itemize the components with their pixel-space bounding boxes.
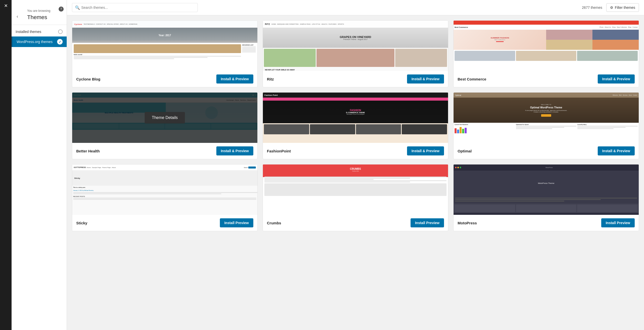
- theme-card-ritz[interactable]: RITZ HOME · MARQUEE AND FORMATTING · SAM…: [263, 20, 448, 87]
- sidebar: ‹ You are browsing Themes ? Installed th…: [12, 0, 67, 330]
- search-icon: 🔍: [75, 5, 80, 10]
- help-button[interactable]: ?: [59, 7, 64, 12]
- main-area: 🔍 2677 themes ⚙ Filter themes Cyclone TE…: [67, 0, 644, 330]
- theme-preview-best-commerce: Best Commerce Photo · About Us · Shop · …: [454, 21, 639, 71]
- theme-card-optimal[interactable]: Optimal Welcome Work Services About Cont…: [453, 92, 639, 159]
- install-button-cyclone-blog[interactable]: Install & Preview: [216, 74, 253, 84]
- theme-details-button[interactable]: Theme Details: [145, 112, 185, 123]
- filter-label: Filter themes: [615, 6, 635, 10]
- theme-name-cyclone-blog: Cyclone Blog: [76, 77, 100, 81]
- wporg-check-icon: [57, 39, 63, 45]
- back-button[interactable]: ‹: [15, 12, 22, 19]
- theme-preview-cyclone-blog: Cyclone TESTIMONIALS · CONTACT US · SPEC…: [72, 21, 257, 71]
- theme-card-motopress[interactable]: MotoPress MotoPress Theme: [453, 164, 639, 231]
- theme-footer-better-health: Better Health Install & Preview: [72, 143, 257, 159]
- theme-footer-fashionpoint: FashionPoint Install & Preview: [263, 143, 448, 159]
- search-input[interactable]: [72, 3, 198, 12]
- sidebar-title: Themes: [23, 14, 54, 25]
- install-button-motopress[interactable]: Install Preview: [601, 218, 635, 227]
- sidebar-item-installed-label: Installed themes: [16, 30, 41, 34]
- theme-card-fashionpoint[interactable]: Fashion Point FASHION E-COMMERCE THEME A…: [263, 92, 448, 159]
- theme-preview-crumbs: CRUMBS Subscribe: [263, 164, 448, 215]
- install-button-ritz[interactable]: Install & Preview: [407, 74, 444, 84]
- theme-name-fashionpoint: FashionPoint: [267, 149, 291, 153]
- theme-card-better-health[interactable]: Better Health ☎ · ✉ Better Health Homepa…: [72, 92, 258, 159]
- install-button-fashionpoint[interactable]: Install & Preview: [407, 146, 444, 155]
- gear-icon: ⚙: [610, 6, 613, 10]
- theme-card-best-commerce[interactable]: Best Commerce Photo · About Us · Shop · …: [453, 20, 639, 87]
- theme-footer-best-commerce: Best Commerce Install & Preview: [454, 71, 639, 87]
- install-button-optimal[interactable]: Install & Preview: [598, 146, 635, 155]
- install-button-crumbs[interactable]: Install Preview: [411, 218, 444, 227]
- theme-footer-crumbs: Crumbs Install Preview: [263, 215, 448, 231]
- close-button[interactable]: ✕: [4, 4, 8, 8]
- theme-card-cyclone-blog[interactable]: Cyclone TESTIMONIALS · CONTACT US · SPEC…: [72, 20, 258, 87]
- theme-preview-sticky: GOTTOPRESS Home · Sample Page · Parent P…: [72, 164, 257, 215]
- theme-name-better-health: Better Health: [76, 149, 100, 153]
- theme-count: 2677 themes: [582, 6, 602, 10]
- theme-name-best-commerce: Best Commerce: [458, 77, 486, 81]
- sidebar-header: ‹ You are browsing Themes ?: [12, 4, 67, 25]
- topbar-right: 2677 themes ⚙ Filter themes: [582, 3, 639, 12]
- theme-footer-optimal: Optimal Install & Preview: [454, 143, 639, 159]
- theme-preview-motopress: MotoPress MotoPress Theme: [454, 164, 639, 215]
- theme-preview-optimal: Optimal Welcome Work Services About Cont…: [454, 93, 639, 143]
- install-button-best-commerce[interactable]: Install & Preview: [598, 74, 635, 84]
- browsing-label: You are browsing: [23, 6, 54, 14]
- theme-overlay-better-health: Theme Details: [72, 93, 257, 143]
- theme-card-sticky[interactable]: GOTTOPRESS Home · Sample Page · Parent P…: [72, 164, 258, 231]
- theme-name-optimal: Optimal: [458, 149, 472, 153]
- install-button-sticky[interactable]: Install Preview: [220, 218, 253, 227]
- theme-preview-fashionpoint: Fashion Point FASHION E-COMMERCE THEME A…: [263, 93, 448, 143]
- theme-preview-ritz: RITZ HOME · MARQUEE AND FORMATTING · SAM…: [263, 21, 448, 71]
- themes-grid: Cyclone TESTIMONIALS · CONTACT US · SPEC…: [67, 15, 644, 330]
- theme-footer-sticky: Sticky Install Preview: [72, 215, 257, 231]
- topbar: 🔍 2677 themes ⚙ Filter themes: [67, 0, 644, 15]
- theme-name-crumbs: Crumbs: [267, 221, 281, 225]
- filter-button[interactable]: ⚙ Filter themes: [606, 3, 639, 12]
- theme-name-sticky: Sticky: [76, 221, 87, 225]
- theme-name-motopress: MotoPress: [458, 221, 477, 225]
- theme-footer-cyclone-blog: Cyclone Blog Install & Preview: [72, 71, 257, 87]
- theme-footer-ritz: Ritz Install & Preview: [263, 71, 448, 87]
- theme-card-crumbs[interactable]: CRUMBS Subscribe Crumbs Install Preview: [263, 164, 448, 231]
- sidebar-item-wporg-label: WordPress.org themes: [17, 40, 53, 44]
- sidebar-item-installed[interactable]: Installed themes: [12, 27, 67, 36]
- sidebar-divider: [12, 25, 67, 25]
- sidebar-item-wporg[interactable]: WordPress.org themes: [12, 36, 67, 47]
- theme-name-ritz: Ritz: [267, 77, 274, 81]
- theme-footer-motopress: MotoPress Install Preview: [454, 215, 639, 231]
- theme-preview-better-health: Better Health ☎ · ✉ Better Health Homepa…: [72, 93, 257, 143]
- close-bar: ✕: [0, 0, 12, 330]
- install-button-better-health[interactable]: Install & Preview: [216, 146, 253, 155]
- installed-radio: [58, 29, 63, 34]
- search-wrap: 🔍: [72, 3, 198, 12]
